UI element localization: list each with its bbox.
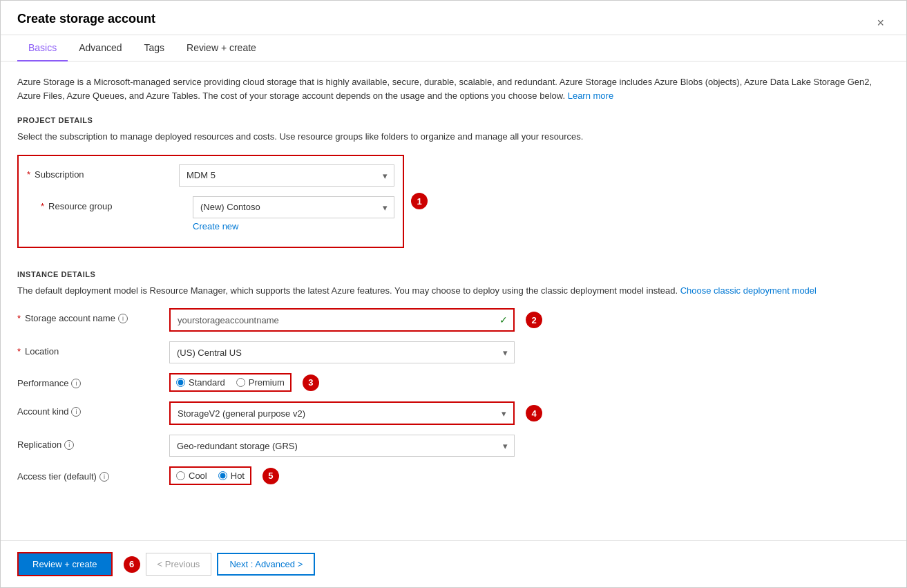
- instance-details-desc: The default deployment model is Resource…: [17, 284, 890, 298]
- account-kind-select-wrapper: StorageV2 (general purpose v2): [169, 401, 515, 425]
- replication-info-icon[interactable]: i: [64, 440, 74, 450]
- intro-description: Azure Storage is a Microsoft-managed ser…: [17, 75, 890, 102]
- resource-group-label: * Resource group: [41, 196, 193, 211]
- subscription-select-wrapper: MDM 5: [179, 164, 394, 187]
- create-new-resource-group-link[interactable]: Create new: [193, 221, 238, 231]
- review-create-wrapper: Review + create: [17, 552, 113, 576]
- dialog-footer: Review + create 6 < Previous Next : Adva…: [1, 540, 906, 587]
- close-button[interactable]: ×: [871, 13, 890, 33]
- tab-advanced[interactable]: Advanced: [68, 35, 133, 61]
- tab-review-create[interactable]: Review + create: [175, 35, 267, 61]
- access-tier-group: Access tier (default) i Cool Hot 5: [17, 466, 890, 485]
- dialog-title: Create storage account: [17, 12, 155, 35]
- resource-group-group: * Resource group (New) Contoso Create ne…: [27, 196, 394, 231]
- access-tier-info-icon[interactable]: i: [99, 472, 109, 482]
- instance-details-title: INSTANCE DETAILS: [17, 270, 890, 278]
- replication-select[interactable]: Geo-redundant storage (GRS): [169, 435, 515, 457]
- resource-group-select[interactable]: (New) Contoso: [193, 196, 394, 218]
- next-button[interactable]: Next : Advanced >: [217, 553, 315, 576]
- dialog-header: Create storage account ×: [1, 1, 906, 35]
- access-tier-cool-label[interactable]: Cool: [176, 471, 207, 481]
- location-group: * Location (US) Central US: [17, 341, 890, 363]
- account-kind-select[interactable]: StorageV2 (general purpose v2): [171, 403, 513, 424]
- storage-name-check-icon: ✓: [499, 314, 508, 325]
- access-tier-label: Access tier (default) i: [17, 466, 169, 482]
- performance-standard-label[interactable]: Standard: [176, 377, 225, 388]
- location-select-wrapper: (US) Central US: [169, 341, 515, 363]
- callout-badge-6: 6: [124, 556, 140, 573]
- access-tier-hot-radio[interactable]: [218, 471, 227, 480]
- tab-basics[interactable]: Basics: [17, 35, 68, 61]
- performance-group: Performance i Standard Premium 3: [17, 373, 890, 392]
- tab-bar: Basics Advanced Tags Review + create: [1, 35, 906, 61]
- account-kind-group: Account kind i StorageV2 (general purpos…: [17, 401, 890, 425]
- access-tier-cool-radio[interactable]: [176, 471, 185, 480]
- replication-group: Replication i Geo-redundant storage (GRS…: [17, 435, 890, 457]
- classic-deployment-link[interactable]: Choose classic deployment model: [680, 285, 817, 296]
- dialog-content: Azure Storage is a Microsoft-managed ser…: [1, 61, 906, 540]
- subscription-label: * Subscription: [27, 164, 179, 180]
- review-create-button[interactable]: Review + create: [19, 553, 111, 575]
- previous-button[interactable]: < Previous: [146, 553, 212, 576]
- performance-info-icon[interactable]: i: [71, 379, 81, 388]
- callout-badge-1: 1: [411, 193, 428, 209]
- replication-label: Replication i: [17, 435, 169, 450]
- performance-label: Performance i: [17, 373, 169, 388]
- learn-more-link[interactable]: Learn more: [568, 91, 613, 101]
- replication-select-wrapper: Geo-redundant storage (GRS): [169, 435, 515, 457]
- account-kind-wrapper: StorageV2 (general purpose v2) 4: [169, 401, 542, 425]
- project-details-desc: Select the subscription to manage deploy…: [17, 130, 890, 144]
- storage-account-name-label: * Storage account name i: [17, 308, 169, 323]
- storage-account-name-group: * Storage account name i ✓ 2: [17, 308, 890, 332]
- access-tier-hot-label[interactable]: Hot: [218, 471, 245, 481]
- create-storage-account-dialog: Create storage account × Basics Advanced…: [0, 0, 907, 588]
- callout-badge-4: 4: [526, 405, 542, 421]
- callout-badge-3: 3: [303, 374, 319, 391]
- location-select[interactable]: (US) Central US: [169, 341, 515, 363]
- storage-account-name-input-box: ✓: [169, 308, 515, 332]
- performance-premium-label[interactable]: Premium: [236, 377, 285, 388]
- callout-badge-2: 2: [526, 312, 542, 328]
- account-kind-info-icon[interactable]: i: [71, 407, 81, 417]
- location-label: * Location: [17, 341, 169, 357]
- project-details-box: * Subscription MDM 5 * Resource group: [17, 155, 404, 248]
- callout-badge-5: 5: [262, 468, 279, 484]
- storage-account-name-input[interactable]: [171, 310, 513, 330]
- performance-radio-box: Standard Premium: [169, 373, 292, 392]
- performance-standard-radio[interactable]: [176, 378, 185, 387]
- resource-group-wrapper: (New) Contoso Create new: [193, 196, 394, 231]
- performance-options-wrapper: Standard Premium 3: [169, 373, 319, 392]
- performance-premium-radio[interactable]: [236, 378, 245, 387]
- storage-name-field-wrapper: ✓ 2: [169, 308, 542, 332]
- resource-group-select-wrapper: (New) Contoso: [193, 196, 394, 218]
- storage-name-info-icon[interactable]: i: [118, 314, 128, 323]
- subscription-select[interactable]: MDM 5: [179, 164, 394, 187]
- tab-tags[interactable]: Tags: [133, 35, 176, 61]
- project-details-title: PROJECT DETAILS: [17, 116, 890, 124]
- account-kind-label: Account kind i: [17, 401, 169, 417]
- subscription-group: * Subscription MDM 5: [27, 164, 394, 187]
- access-tier-radio-box: Cool Hot: [169, 466, 251, 485]
- access-tier-wrapper: Cool Hot 5: [169, 466, 279, 485]
